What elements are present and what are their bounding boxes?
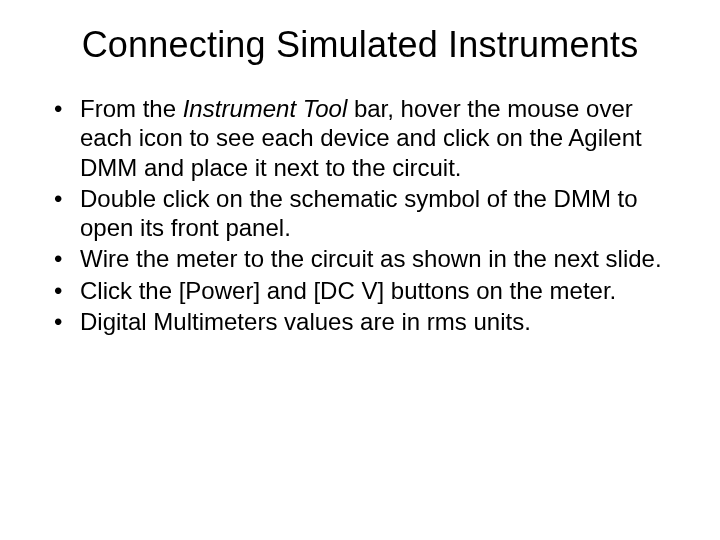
- bullet-list: From the Instrument Tool bar, hover the …: [48, 94, 672, 336]
- list-item: From the Instrument Tool bar, hover the …: [76, 94, 672, 182]
- slide-title: Connecting Simulated Instruments: [48, 24, 672, 66]
- list-item: Digital Multimeters values are in rms un…: [76, 307, 672, 336]
- list-item: Click the [Power] and [DC V] buttons on …: [76, 276, 672, 305]
- bullet-text-pre: From the: [80, 95, 183, 122]
- bullet-text-italic: Instrument Tool: [183, 95, 348, 122]
- list-item: Double click on the schematic symbol of …: [76, 184, 672, 243]
- list-item: Wire the meter to the circuit as shown i…: [76, 244, 672, 273]
